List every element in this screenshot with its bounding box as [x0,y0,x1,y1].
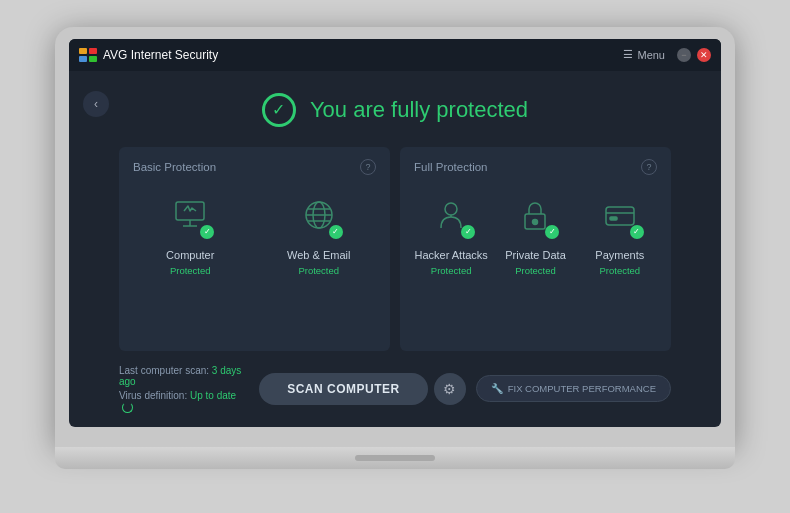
status-header: ✓ You are fully protected [69,71,721,147]
web-email-status: Protected [298,265,339,276]
computer-status: Protected [170,265,211,276]
last-scan-stat: Last computer scan: 3 days ago [119,365,249,387]
hacker-attacks-status: Protected [431,265,472,276]
web-email-icon-container: ✓ [293,189,345,241]
full-card-items: ✓ Hacker Attacks Protected [414,189,657,276]
private-data-label: Private Data [505,249,566,261]
minimize-button[interactable]: − [677,48,691,62]
basic-card-title: Basic Protection [133,161,216,173]
laptop-base [55,447,735,469]
wrench-icon: 🔧 [491,383,503,394]
refresh-icon [122,402,133,413]
full-protection-card: Full Protection ? [400,147,671,351]
footer-stats: Last computer scan: 3 days ago Virus def… [119,365,249,413]
menu-label: Menu [637,49,665,61]
hamburger-icon: ☰ [623,48,633,61]
hacker-attacks-item: ✓ Hacker Attacks Protected [414,189,488,276]
computer-item: ✓ Computer Protected [133,189,248,276]
app-title: AVG Internet Security [103,48,218,62]
full-help-button[interactable]: ? [641,159,657,175]
menu-button[interactable]: ☰ Menu [623,48,665,61]
basic-protection-card: Basic Protection ? [119,147,390,351]
hacker-check-icon: ✓ [461,225,475,239]
svg-rect-14 [610,217,617,220]
close-button[interactable]: ✕ [697,48,711,62]
full-card-title: Full Protection [414,161,488,173]
computer-icon-container: ✓ [164,189,216,241]
web-check-icon: ✓ [329,225,343,239]
title-bar: AVG Internet Security ☰ Menu − ✕ [69,39,721,71]
hacker-icon-container: ✓ [425,189,477,241]
footer: Last computer scan: 3 days ago Virus def… [69,351,721,427]
private-data-check-icon: ✓ [545,225,559,239]
full-card-header: Full Protection ? [414,159,657,175]
basic-card-header: Basic Protection ? [133,159,376,175]
payments-status: Protected [599,265,640,276]
screen-bezel: AVG Internet Security ☰ Menu − ✕ ‹ ✓ [55,27,735,447]
main-content: ‹ ✓ You are fully protected Basic Protec… [69,71,721,427]
status-message: You are fully protected [310,97,528,123]
app-window: AVG Internet Security ☰ Menu − ✕ ‹ ✓ [69,39,721,427]
fix-button-label: FIX COMPUTER PERFORMANCE [508,383,656,394]
web-email-label: Web & Email [287,249,350,261]
computer-label: Computer [166,249,214,261]
hacker-attacks-label: Hacker Attacks [414,249,487,261]
basic-card-items: ✓ Computer Protected [133,189,376,276]
window-controls: − ✕ [677,48,711,62]
payments-icon-container: ✓ [594,189,646,241]
scan-settings-button[interactable]: ⚙ [434,373,466,405]
virus-def-stat: Virus definition: Up to date [119,390,249,413]
basic-help-button[interactable]: ? [360,159,376,175]
virus-def-value: Up to date [190,390,236,401]
app-logo: AVG Internet Security [79,48,218,62]
private-data-item: ✓ Private Data Protected [498,189,572,276]
scan-button-group: SCAN COMPUTER ⚙ [259,373,466,405]
last-scan-label: Last computer scan: [119,365,209,376]
payments-label: Payments [595,249,644,261]
back-button[interactable]: ‹ [83,91,109,117]
status-check-icon: ✓ [262,93,296,127]
private-data-icon-container: ✓ [509,189,561,241]
private-data-status: Protected [515,265,556,276]
computer-check-icon: ✓ [200,225,214,239]
svg-point-8 [445,203,457,215]
payments-check-icon: ✓ [630,225,644,239]
gear-icon: ⚙ [443,381,456,397]
svg-point-11 [533,219,538,224]
avg-logo-icon [79,48,97,62]
virus-def-label: Virus definition: [119,390,187,401]
payments-item: ✓ Payments Protected [583,189,657,276]
scan-computer-button[interactable]: SCAN COMPUTER [259,373,428,405]
svg-rect-12 [606,207,634,225]
protection-cards: Basic Protection ? [69,147,721,351]
fix-performance-button[interactable]: 🔧 FIX COMPUTER PERFORMANCE [476,375,671,402]
web-email-item: ✓ Web & Email Protected [262,189,377,276]
laptop-shell: AVG Internet Security ☰ Menu − ✕ ‹ ✓ [55,27,735,487]
